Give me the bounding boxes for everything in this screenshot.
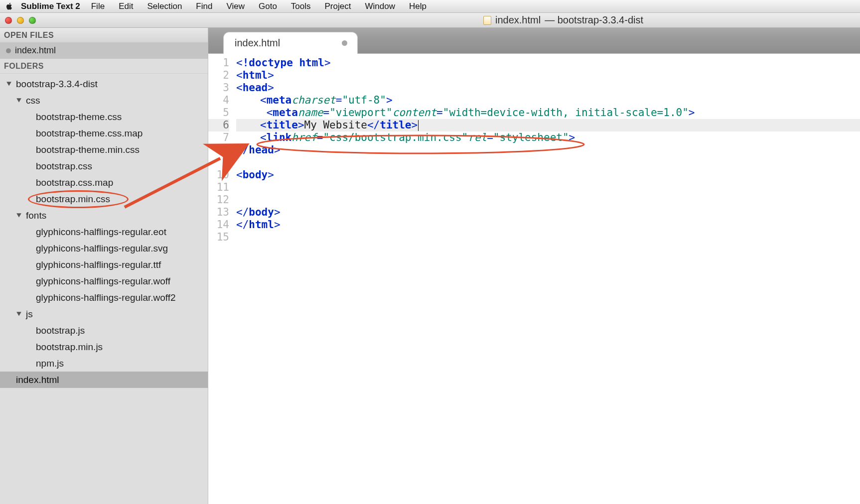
tree-item-label: bootstrap-3.3.4-dist: [16, 79, 98, 90]
menu-help[interactable]: Help: [409, 1, 427, 11]
tree-item-label: bootstrap.min.css: [36, 194, 110, 205]
code-line: <body>: [236, 169, 860, 181]
line-number: 2: [208, 69, 229, 82]
code-line: <!doctype html>: [236, 57, 860, 69]
chevron-down-icon: [16, 213, 23, 219]
folder-tree: bootstrap-3.3.4-distcssbootstrap-theme.c…: [0, 74, 208, 504]
window-title-rest: — bootstrap-3.3.4-dist: [545, 14, 643, 26]
text-cursor: [418, 120, 419, 131]
line-number: 15: [208, 231, 229, 244]
tab-index-html[interactable]: index.html: [223, 32, 358, 54]
tree-item-label: bootstrap-theme.css.map: [36, 128, 143, 139]
tree-item-label: glyphicons-halflings-regular.woff: [36, 276, 170, 287]
line-number: 13: [208, 206, 229, 219]
tab-dirty-indicator-icon: [342, 40, 347, 46]
line-number: 9: [208, 156, 229, 169]
menu-find[interactable]: Find: [196, 1, 212, 11]
tab-bar: index.html: [208, 28, 860, 54]
tree-item-label: bootstrap.css: [36, 161, 92, 172]
tree-item-label: js: [26, 309, 33, 320]
window-controls: [5, 17, 36, 24]
tree-item-label: glyphicons-halflings-regular.ttf: [36, 259, 161, 270]
menu-goto[interactable]: Goto: [259, 1, 277, 11]
chevron-down-icon: [16, 311, 23, 317]
apple-menu-icon[interactable]: [5, 2, 14, 10]
chevron-down-icon: [6, 81, 13, 87]
tree-file[interactable]: bootstrap-theme.min.css: [0, 141, 208, 158]
chevron-down-icon: [16, 98, 23, 104]
tree-file[interactable]: glyphicons-halflings-regular.eot: [0, 224, 208, 240]
tree-file[interactable]: glyphicons-halflings-regular.woff2: [0, 289, 208, 306]
zoom-window-button[interactable]: [29, 17, 36, 24]
code-line: <title>My Website</title>: [236, 119, 860, 131]
menu-selection[interactable]: Selection: [147, 1, 182, 11]
code-line: <html>: [236, 69, 860, 82]
tree-file[interactable]: bootstrap-theme.css.map: [0, 125, 208, 141]
sidebar: OPEN FILES index.html FOLDERS bootstrap-…: [0, 28, 208, 504]
app-name[interactable]: Sublime Text 2: [21, 1, 80, 11]
macos-menubar: Sublime Text 2 File Edit Selection Find …: [0, 0, 860, 13]
tree-item-label: index.html: [16, 375, 59, 385]
code-line: <meta name="viewport" content="width=dev…: [236, 107, 860, 119]
code-line: [236, 194, 860, 206]
menu-project[interactable]: Project: [325, 1, 351, 11]
tree-item-label: glyphicons-halflings-regular.eot: [36, 227, 166, 238]
tree-item-label: bootstrap.css.map: [36, 177, 113, 188]
line-number: 3: [208, 82, 229, 94]
document-icon: [483, 16, 491, 25]
tree-item-label: bootstrap.min.js: [36, 342, 103, 353]
open-files-header: OPEN FILES: [0, 28, 208, 43]
code-line: <link href="css/bootstrap.min.css" rel="…: [236, 131, 860, 144]
line-number-gutter: 123456789101112131415: [208, 57, 236, 504]
code-line: </head>: [236, 144, 860, 156]
code-line: <head>: [236, 82, 860, 94]
open-file-name: index.html: [15, 45, 56, 56]
tree-file[interactable]: bootstrap.js: [0, 322, 208, 339]
menu-tools[interactable]: Tools: [291, 1, 311, 11]
code-line: <meta charset="utf-8">: [236, 94, 860, 107]
tree-file[interactable]: glyphicons-halflings-regular.ttf: [0, 256, 208, 273]
code-line: [236, 231, 860, 244]
tree-item-label: bootstrap-theme.css: [36, 112, 122, 123]
window-title: index.html — bootstrap-3.3.4-dist: [483, 14, 860, 26]
dirty-indicator-icon: [6, 48, 11, 53]
menu-window[interactable]: Window: [365, 1, 395, 11]
menu-view[interactable]: View: [226, 1, 245, 11]
editor-body[interactable]: 123456789101112131415 <!doctype html><ht…: [208, 54, 860, 504]
menu-edit[interactable]: Edit: [119, 1, 133, 11]
tree-file[interactable]: bootstrap.min.css: [0, 191, 208, 207]
tree-file[interactable]: npm.js: [0, 355, 208, 372]
window-title-file: index.html: [495, 14, 541, 26]
tree-folder[interactable]: css: [0, 92, 208, 109]
line-number: 8: [208, 144, 229, 156]
line-number: 1: [208, 57, 229, 69]
tree-folder[interactable]: fonts: [0, 207, 208, 224]
tree-item-label: css: [26, 95, 40, 106]
tree-folder[interactable]: bootstrap-3.3.4-dist: [0, 76, 208, 92]
code-content[interactable]: <!doctype html><html><head><meta charset…: [236, 57, 860, 504]
open-file-row[interactable]: index.html: [0, 43, 208, 59]
line-number: 4: [208, 94, 229, 107]
tree-folder[interactable]: js: [0, 306, 208, 322]
line-number: 11: [208, 181, 229, 194]
tree-file[interactable]: glyphicons-halflings-regular.woff: [0, 273, 208, 289]
tree-item-label: glyphicons-halflings-regular.svg: [36, 243, 168, 254]
tree-item-label: npm.js: [36, 358, 64, 369]
close-window-button[interactable]: [5, 17, 12, 24]
tree-file[interactable]: bootstrap.css: [0, 158, 208, 174]
tree-file[interactable]: bootstrap.min.js: [0, 339, 208, 355]
line-number: 14: [208, 219, 229, 231]
window-titlebar: index.html — bootstrap-3.3.4-dist: [0, 13, 860, 28]
tree-file[interactable]: bootstrap-theme.css: [0, 109, 208, 125]
tree-file[interactable]: index.html: [0, 372, 208, 388]
line-number: 5: [208, 107, 229, 119]
code-line: </html>: [236, 219, 860, 231]
line-number: 12: [208, 194, 229, 206]
line-number: 7: [208, 131, 229, 144]
tree-file[interactable]: bootstrap.css.map: [0, 174, 208, 191]
menu-file[interactable]: File: [91, 1, 105, 11]
tree-item-label: glyphicons-halflings-regular.woff2: [36, 292, 176, 303]
minimize-window-button[interactable]: [17, 17, 24, 24]
tree-file[interactable]: glyphicons-halflings-regular.svg: [0, 240, 208, 256]
line-number: 6: [208, 119, 229, 131]
